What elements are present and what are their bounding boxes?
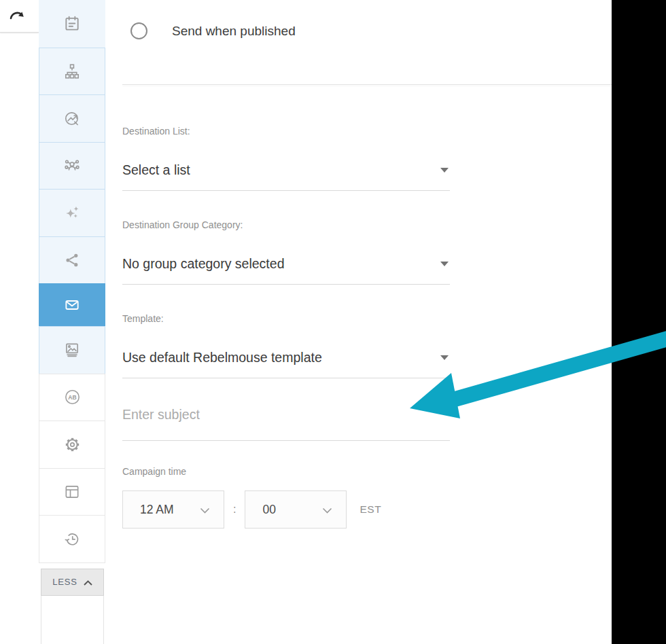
subject-input[interactable]	[122, 407, 450, 441]
group-category-label: Destination Group Category:	[122, 219, 450, 230]
campaign-time-section: Campaign time 12 AM : 00	[122, 466, 450, 529]
minute-select[interactable]: 00	[245, 490, 347, 529]
group-category-field: Destination Group Category: No group cat…	[122, 219, 450, 285]
redo-button[interactable]	[0, 0, 39, 33]
send-when-published-option[interactable]: Send when published	[105, 0, 612, 39]
sidebar-item-performance[interactable]	[39, 94, 105, 143]
send-when-published-radio[interactable]	[130, 22, 147, 39]
less-button[interactable]: LESS	[41, 569, 104, 596]
sidebar-item-sitemap[interactable]	[39, 48, 105, 96]
campaign-form: Destination List: Select a list Destinat…	[122, 126, 450, 529]
layout-icon	[63, 483, 81, 501]
template-select[interactable]: Use default Rebelmouse template	[122, 350, 450, 378]
sidebar-item-ab-test[interactable]: AB	[39, 374, 105, 422]
history-icon	[63, 530, 82, 548]
sidebar-item-calendar[interactable]	[39, 0, 105, 48]
trending-icon	[63, 109, 81, 127]
group-category-value: No group category selected	[122, 256, 284, 272]
sidebar-item-email[interactable]	[39, 283, 105, 327]
hour-value: 12 AM	[140, 503, 174, 517]
sparkles-icon	[63, 204, 81, 221]
less-button-label: LESS	[52, 577, 77, 587]
send-when-published-label: Send when published	[172, 24, 296, 39]
caret-down-icon	[440, 355, 449, 360]
sitemap-icon	[63, 62, 81, 80]
sidebar-item-ai-tools[interactable]	[39, 189, 105, 237]
destination-list-label: Destination List:	[122, 126, 450, 137]
sidebar-item-settings[interactable]	[39, 421, 105, 469]
time-separator: :	[233, 503, 236, 516]
sidebar-item-history[interactable]	[39, 515, 105, 563]
group-category-select[interactable]: No group category selected	[122, 256, 450, 285]
calendar-icon	[63, 15, 81, 33]
sidebar-item-share[interactable]	[39, 236, 105, 285]
redo-icon	[9, 7, 27, 25]
sidebar-tail	[41, 596, 104, 644]
share-icon	[63, 251, 81, 269]
timezone-label: EST	[360, 503, 381, 516]
settings-icon	[63, 435, 82, 454]
email-icon	[63, 296, 82, 314]
campaign-time-label: Campaign time	[122, 466, 450, 477]
header-divider	[122, 84, 612, 85]
right-black-panel	[612, 0, 666, 644]
chevron-down-icon	[322, 503, 332, 517]
sidebar-item-layout[interactable]	[39, 468, 105, 516]
template-field: Template: Use default Rebelmouse templat…	[122, 313, 450, 378]
hour-select[interactable]: 12 AM	[122, 490, 224, 529]
sidebar: AB	[39, 0, 105, 644]
minute-value: 00	[262, 503, 275, 517]
destination-list-value: Select a list	[122, 162, 190, 178]
sidebar-item-audience[interactable]	[39, 142, 105, 190]
chevron-up-icon	[84, 576, 92, 588]
caret-down-icon	[440, 262, 449, 266]
left-rail	[0, 0, 39, 644]
ab-test-icon: AB	[63, 388, 82, 406]
caret-down-icon	[440, 168, 449, 173]
destination-list-select[interactable]: Select a list	[122, 162, 450, 191]
chevron-down-icon	[200, 503, 210, 517]
destination-list-field: Destination List: Select a list	[122, 126, 450, 191]
audience-icon	[63, 157, 81, 175]
sidebar-item-media[interactable]	[39, 326, 105, 374]
email-campaign-settings-screen: AB	[0, 0, 666, 644]
media-icon	[63, 341, 81, 359]
template-value: Use default Rebelmouse template	[122, 350, 322, 365]
svg-text:AB: AB	[68, 394, 76, 401]
template-label: Template:	[122, 313, 450, 324]
email-settings-panel: Send when published Destination List: Se…	[105, 0, 612, 644]
